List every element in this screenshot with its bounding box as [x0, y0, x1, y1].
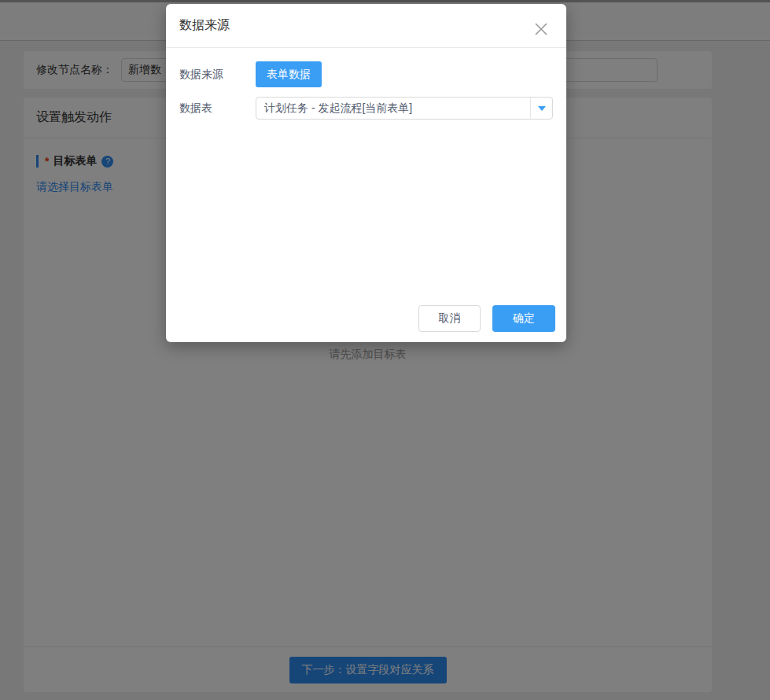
confirm-button[interactable]: 确定: [492, 305, 555, 332]
data-table-label: 数据表: [179, 101, 256, 116]
modal-header: 数据来源: [166, 4, 566, 48]
modal-body: 数据来源 表单数据 数据表 计划任务 - 发起流程[当前表单]: [166, 61, 566, 120]
chevron-down-icon: [530, 98, 552, 119]
form-data-button[interactable]: 表单数据: [256, 61, 322, 87]
modal-title: 数据来源: [179, 17, 230, 34]
data-table-select[interactable]: 计划任务 - 发起流程[当前表单]: [256, 97, 553, 120]
data-source-modal: 数据来源 数据来源 表单数据 数据表 计划任务 - 发起流程[当前表单] 取消 …: [166, 4, 566, 342]
data-table-row: 数据表 计划任务 - 发起流程[当前表单]: [179, 97, 553, 120]
data-table-select-value: 计划任务 - 发起流程[当前表单]: [256, 98, 530, 119]
modal-footer: 取消 确定: [418, 305, 555, 332]
close-icon[interactable]: [533, 21, 549, 37]
cancel-button[interactable]: 取消: [418, 305, 481, 332]
data-source-label: 数据来源: [179, 68, 256, 82]
data-source-row: 数据来源 表单数据: [179, 61, 553, 87]
